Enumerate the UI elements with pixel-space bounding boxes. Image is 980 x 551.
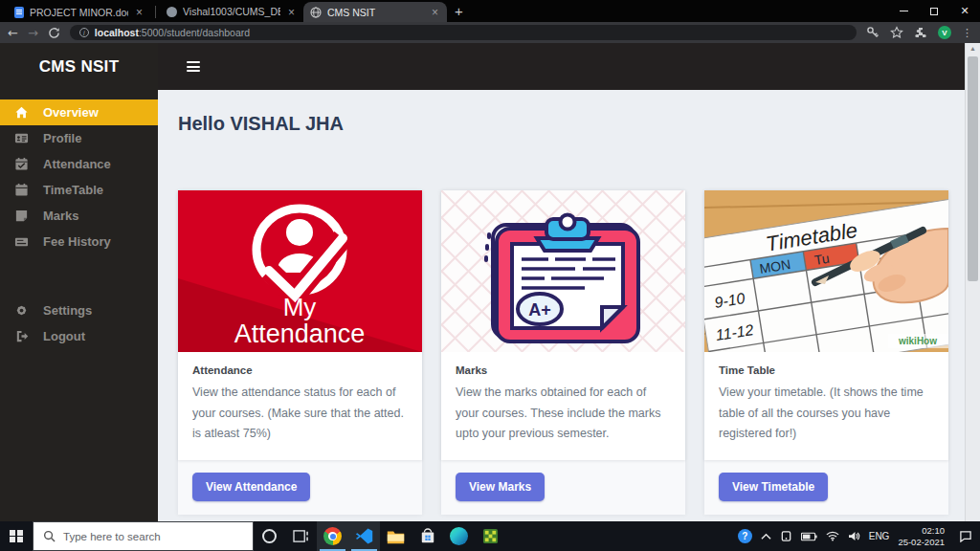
attendance-image: My Attendance	[178, 190, 422, 352]
extensions-puzzle-icon[interactable]	[914, 26, 927, 39]
app-icon	[482, 528, 499, 544]
address-bar[interactable]: i localhost:5000/student/dashboard	[70, 25, 857, 40]
close-button[interactable]: ✕	[949, 0, 980, 22]
logout-icon	[14, 329, 29, 343]
sidebar-nav: Overview Profile Attendance TimeTable Ma…	[0, 99, 158, 254]
wifi-icon[interactable]	[826, 531, 839, 541]
sidebar-item-profile[interactable]: Profile	[0, 125, 158, 151]
browser-toolbar: ← → i localhost:5000/student/dashboard V…	[0, 22, 980, 43]
tab-separator	[155, 6, 156, 18]
url-text[interactable]: localhost:5000/student/dashboard	[95, 27, 250, 38]
task-view-button[interactable]	[285, 521, 317, 551]
maximize-button[interactable]	[919, 0, 949, 22]
sidebar: CMS NSIT Overview Profile Attendance Tim…	[0, 43, 158, 521]
edge-icon	[450, 527, 468, 545]
device-icon[interactable]	[780, 530, 792, 542]
main-area: Hello VISHAL JHA	[158, 43, 965, 521]
taskbar-clock[interactable]: 02:10 25-02-2021	[898, 525, 945, 548]
tab-github-repo[interactable]: Vishal1003/CUMS_DBMS: 🎒 A C ×	[160, 2, 303, 22]
money-check-icon	[14, 234, 29, 249]
tab-cms-nsit-active[interactable]: CMS NSIT ×	[303, 2, 447, 22]
taskbar-search[interactable]: Type here to search	[33, 521, 254, 551]
store-bag-icon	[420, 528, 435, 544]
file-explorer-button[interactable]	[380, 521, 412, 551]
sidebar-item-overview[interactable]: Overview	[0, 99, 158, 125]
svg-text:Tu: Tu	[813, 251, 831, 268]
cards-row: My Attendance Attendance View the attend…	[178, 190, 965, 515]
content-topbar	[158, 43, 965, 90]
tab-close-icon[interactable]: ×	[134, 7, 145, 18]
scroll-up-icon[interactable]: ▲	[966, 45, 980, 52]
attendance-card: My Attendance Attendance View the attend…	[178, 190, 422, 515]
clock-date: 25-02-2021	[898, 537, 945, 548]
windows-taskbar: Type here to search ? ENG	[0, 521, 980, 551]
battery-icon[interactable]	[801, 532, 817, 541]
reload-icon[interactable]	[48, 27, 60, 39]
help-icon[interactable]: ?	[738, 529, 752, 543]
card-description: View the attendance status for each of y…	[192, 383, 408, 445]
brand-title: CMS NSIT	[0, 43, 158, 90]
sidebar-item-logout[interactable]: Logout	[0, 323, 158, 349]
folder-icon	[387, 529, 405, 544]
forward-icon[interactable]: →	[28, 27, 38, 39]
tab-close-icon[interactable]: ×	[286, 7, 297, 18]
vscode-taskbar-button[interactable]	[348, 521, 380, 551]
password-key-icon[interactable]	[866, 26, 880, 39]
sidebar-item-marks[interactable]: Marks	[0, 203, 158, 229]
calendar-icon	[14, 183, 29, 197]
edge-button[interactable]	[443, 521, 475, 551]
bookmark-star-icon[interactable]	[890, 26, 903, 39]
card-description: View your timetable. (It shows the time …	[719, 383, 934, 445]
svg-text:wikiHow: wikiHow	[898, 336, 937, 346]
github-icon	[167, 7, 177, 17]
svg-text:Attendance: Attendance	[234, 320, 366, 348]
sidebar-item-fee-history[interactable]: Fee History	[0, 229, 158, 254]
start-button[interactable]	[0, 521, 33, 551]
note-icon	[14, 209, 29, 223]
vscode-icon	[355, 527, 373, 545]
view-attendance-button[interactable]: View Attendance	[192, 473, 310, 501]
card-title: Attendance	[192, 364, 408, 376]
gear-icon	[14, 303, 29, 318]
browser-titlebar: PROJECT MINOR.docx - Google × Vishal1003…	[0, 0, 980, 22]
cortana-icon	[262, 529, 277, 543]
marks-image: A+	[441, 190, 685, 352]
browser-menu-icon[interactable]: ⋮	[962, 27, 972, 39]
google-docs-icon	[14, 7, 24, 18]
screen: PROJECT MINOR.docx - Google × Vishal1003…	[0, 0, 980, 551]
tab-title: Vishal1003/CUMS_DBMS: 🎒 A C	[183, 6, 280, 18]
card-title: Time Table	[719, 364, 934, 376]
tab-title: PROJECT MINOR.docx - Google	[30, 7, 128, 18]
back-icon[interactable]: ←	[8, 27, 18, 39]
scrollbar-thumb[interactable]	[968, 56, 978, 281]
action-center-icon[interactable]	[959, 530, 972, 542]
profile-avatar[interactable]: V	[938, 26, 951, 39]
chevron-up-icon[interactable]	[761, 533, 771, 540]
view-marks-button[interactable]: View Marks	[456, 473, 545, 501]
toolbar-actions: V ⋮	[866, 26, 972, 39]
sidebar-item-attendance[interactable]: Attendance	[0, 151, 158, 177]
tab-project-minor[interactable]: PROJECT MINOR.docx - Google ×	[8, 2, 151, 22]
tab-close-icon[interactable]: ×	[430, 7, 440, 18]
chrome-taskbar-button[interactable]	[317, 521, 348, 551]
window-controls: ✕	[888, 0, 980, 22]
hamburger-menu-icon[interactable]	[187, 61, 200, 72]
minimize-button[interactable]	[888, 0, 919, 22]
svg-text:A+: A+	[528, 300, 551, 320]
view-timetable-button[interactable]: View Timetable	[719, 473, 828, 501]
cortana-button[interactable]	[254, 521, 285, 551]
sidebar-item-settings[interactable]: Settings	[0, 298, 158, 323]
microsoft-store-button[interactable]	[412, 521, 443, 551]
site-info-icon[interactable]: i	[79, 28, 89, 37]
system-tray: ? ENG 02:10 25-02-2021	[738, 525, 980, 548]
card-description: View the marks obtained for each of your…	[456, 383, 671, 445]
page-scrollbar[interactable]: ▲	[965, 43, 980, 521]
new-tab-button[interactable]: +	[455, 3, 463, 19]
language-indicator[interactable]: ENG	[869, 531, 890, 541]
search-icon	[43, 530, 56, 542]
pinned-app-button[interactable]	[475, 521, 506, 551]
search-placeholder: Type here to search	[63, 531, 161, 542]
timetable-card: Timetable MON Tu	[704, 190, 948, 515]
speaker-icon[interactable]	[848, 531, 860, 541]
sidebar-item-timetable[interactable]: TimeTable	[0, 177, 158, 203]
